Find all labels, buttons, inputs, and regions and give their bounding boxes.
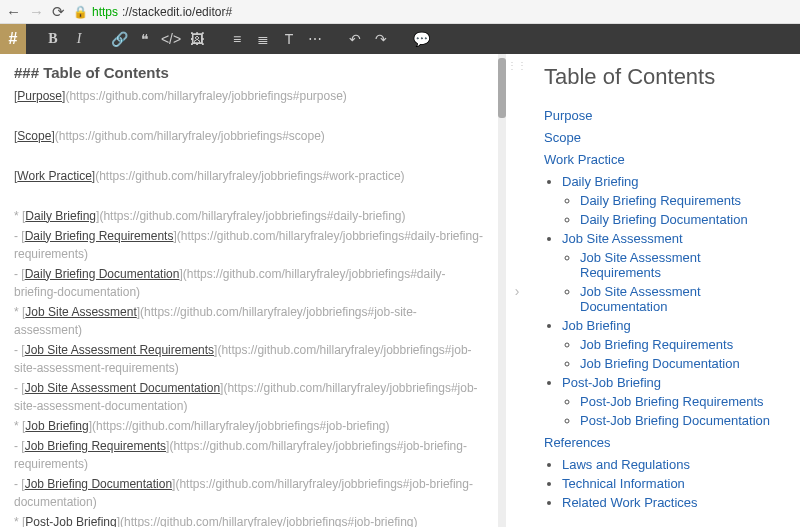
- code-icon[interactable]: </>: [158, 24, 184, 54]
- redo-icon[interactable]: ↷: [368, 24, 394, 54]
- editor-line: * [Daily Briefing](https://github.com/hi…: [14, 207, 484, 225]
- ol-icon[interactable]: ≡: [224, 24, 250, 54]
- editor-line: - [Job Briefing Documentation](https://g…: [14, 475, 484, 511]
- heading-line: ### Table of Contents: [14, 62, 484, 85]
- preview-title: Table of Contents: [544, 64, 784, 90]
- toc-link[interactable]: Job Briefing Documentation: [580, 356, 740, 371]
- forward-icon[interactable]: →: [29, 3, 44, 20]
- chevron-right-icon[interactable]: ›: [515, 283, 520, 299]
- toc-link[interactable]: Laws and Regulations: [562, 457, 690, 472]
- editor-line: [Scope](https://github.com/hillaryfraley…: [14, 127, 484, 145]
- editor-line: * [Post-Job Briefing](https://github.com…: [14, 513, 484, 528]
- editor-line: - [Job Briefing Requirements](https://gi…: [14, 437, 484, 473]
- hr-icon[interactable]: ⋯: [302, 24, 328, 54]
- menu-icon[interactable]: #: [0, 24, 26, 54]
- editor-pane[interactable]: ### Table of Contents [Purpose](https://…: [0, 54, 498, 527]
- toc-link[interactable]: References: [544, 435, 610, 450]
- back-icon[interactable]: ←: [6, 3, 21, 20]
- toc-link[interactable]: Scope: [544, 130, 581, 145]
- drag-dots-icon: ⋮⋮: [507, 60, 527, 71]
- italic-button[interactable]: I: [66, 24, 92, 54]
- editor-line: - [Job Site Assessment Requirements](htt…: [14, 341, 484, 377]
- editor-line: - [Job Site Assessment Documentation](ht…: [14, 379, 484, 415]
- toc-link[interactable]: Purpose: [544, 108, 592, 123]
- ul-icon[interactable]: ≣: [250, 24, 276, 54]
- image-icon[interactable]: 🖼: [184, 24, 210, 54]
- toc-link[interactable]: Job Briefing Requirements: [580, 337, 733, 352]
- browser-bar: ← → ⟳ 🔒 https://stackedit.io/editor#: [0, 0, 800, 24]
- url-protocol: https: [92, 5, 118, 19]
- editor-line: * [Job Briefing](https://github.com/hill…: [14, 417, 484, 435]
- quote-icon[interactable]: ❝: [132, 24, 158, 54]
- toc-link[interactable]: Work Practice: [544, 152, 625, 167]
- scrollbar-thumb[interactable]: [498, 58, 506, 118]
- editor-line: - [Daily Briefing Documentation](https:/…: [14, 265, 484, 301]
- url-bar[interactable]: 🔒 https://stackedit.io/editor#: [73, 5, 794, 19]
- editor-line: * [Job Site Assessment](https://github.c…: [14, 303, 484, 339]
- toc-link[interactable]: Job Briefing: [562, 318, 631, 333]
- url-text: ://stackedit.io/editor#: [122, 5, 232, 19]
- editor-toolbar: # B I 🔗 ❝ </> 🖼 ≡ ≣ T ⋯ ↶ ↷ 💬: [0, 24, 800, 54]
- editor-line: - [Daily Briefing Requirements](https://…: [14, 227, 484, 263]
- toc-link[interactable]: Job Site Assessment Requirements: [580, 250, 701, 280]
- comment-icon[interactable]: 💬: [408, 24, 434, 54]
- toc-link[interactable]: Job Site Assessment Documentation: [580, 284, 701, 314]
- heading-icon[interactable]: T: [276, 24, 302, 54]
- toc-link[interactable]: Daily Briefing: [562, 174, 639, 189]
- undo-icon[interactable]: ↶: [342, 24, 368, 54]
- reload-icon[interactable]: ⟳: [52, 3, 65, 21]
- editor-scrollbar[interactable]: [498, 54, 506, 527]
- bold-button[interactable]: B: [40, 24, 66, 54]
- toc-link[interactable]: Post-Job Briefing: [562, 375, 661, 390]
- toc-link[interactable]: Daily Briefing Documentation: [580, 212, 748, 227]
- main-area: ### Table of Contents [Purpose](https://…: [0, 54, 800, 527]
- toc-link[interactable]: Related Work Practices: [562, 495, 698, 510]
- editor-line: [Purpose](https://github.com/hillaryfral…: [14, 87, 484, 105]
- toc-list: Laws and Regulations Technical Informati…: [562, 457, 784, 510]
- preview-pane: Table of Contents Purpose Scope Work Pra…: [528, 54, 800, 527]
- editor-line: [Work Practice](https://github.com/hilla…: [14, 167, 484, 185]
- toc-link[interactable]: Job Site Assessment: [562, 231, 683, 246]
- toc-link[interactable]: Post-Job Briefing Documentation: [580, 413, 770, 428]
- toc-link[interactable]: Daily Briefing Requirements: [580, 193, 741, 208]
- toc-link[interactable]: Post-Job Briefing Requirements: [580, 394, 764, 409]
- toc-list: Daily Briefing Daily Briefing Requiremen…: [562, 174, 784, 428]
- lock-icon: 🔒: [73, 5, 88, 19]
- link-icon[interactable]: 🔗: [106, 24, 132, 54]
- toc-link[interactable]: Technical Information: [562, 476, 685, 491]
- pane-divider[interactable]: ⋮⋮ ›: [506, 54, 528, 527]
